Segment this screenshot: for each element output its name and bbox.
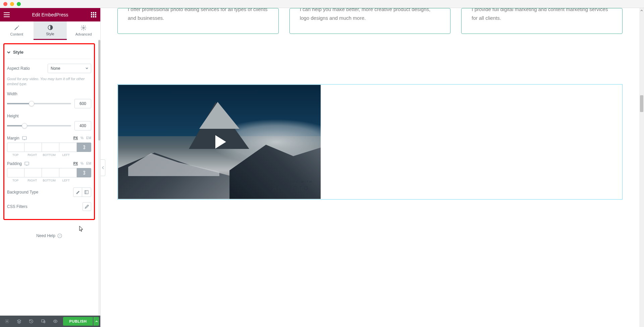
sidebar-scrollbar[interactable] xyxy=(98,40,100,316)
height-label: Height xyxy=(7,114,91,118)
embed-widget-selected[interactable]: VIDEO MADE WITH ANIMOTO xyxy=(117,84,623,200)
margin-bottom-input[interactable] xyxy=(42,143,59,152)
svg-rect-4 xyxy=(93,14,94,15)
unit-percent[interactable]: % xyxy=(80,162,84,165)
panel-title: Edit EmbedPress xyxy=(10,12,90,17)
width-input[interactable] xyxy=(74,99,91,108)
svg-point-22 xyxy=(55,321,56,322)
width-slider-thumb[interactable] xyxy=(29,101,34,106)
preview-canvas: I offer professional photo editing servi… xyxy=(101,8,644,327)
sidebar-tabs: Content Style Advanced xyxy=(0,21,100,40)
settings-button[interactable] xyxy=(1,317,13,326)
chevron-down-icon xyxy=(86,67,88,69)
padding-side-labels: TOP RIGHT BOTTOM LEFT xyxy=(7,179,91,182)
layers-icon xyxy=(17,319,21,324)
height-input[interactable] xyxy=(74,121,91,130)
collapse-sidebar-button[interactable] xyxy=(101,159,105,176)
minimize-window-button[interactable] xyxy=(10,2,14,6)
menu-icon[interactable] xyxy=(3,11,10,18)
video-embed[interactable]: VIDEO MADE WITH ANIMOTO xyxy=(118,85,321,199)
padding-header: Padding PX % EM xyxy=(7,161,91,166)
close-window-button[interactable] xyxy=(3,2,7,6)
tab-label: Content xyxy=(10,32,23,36)
padding-left-input[interactable] xyxy=(59,168,77,177)
aspect-ratio-label: Aspect Ratio xyxy=(7,66,30,71)
margin-side-labels: TOP RIGHT BOTTOM LEFT xyxy=(7,153,91,157)
unit-percent[interactable]: % xyxy=(80,136,84,140)
height-slider-thumb[interactable] xyxy=(22,123,27,128)
aspect-ratio-select[interactable]: None xyxy=(48,64,91,73)
margin-header: Margin PX % EM xyxy=(7,136,91,141)
css-filters-edit-button[interactable] xyxy=(83,202,91,211)
caret-down-icon xyxy=(7,51,10,54)
svg-rect-13 xyxy=(25,162,29,165)
margin-top-input[interactable] xyxy=(7,143,24,152)
tab-style[interactable]: Style xyxy=(34,21,67,40)
width-control: Width xyxy=(7,92,91,108)
aspect-ratio-control: Aspect Ratio None xyxy=(7,64,91,73)
navigator-button[interactable] xyxy=(13,317,25,326)
padding-top-input[interactable] xyxy=(7,168,24,177)
eye-icon xyxy=(53,319,58,324)
service-card[interactable]: I can help you make better, more creativ… xyxy=(289,8,451,34)
padding-bottom-input[interactable] xyxy=(42,168,59,177)
unit-em[interactable]: EM xyxy=(86,136,91,140)
svg-rect-12 xyxy=(24,140,25,140)
section-style-header[interactable]: Style xyxy=(7,47,91,59)
css-filters-label: CSS Filters xyxy=(7,204,28,209)
tab-label: Style xyxy=(46,32,54,36)
height-control: Height xyxy=(7,114,91,130)
publish-options-button[interactable] xyxy=(94,317,99,326)
margin-right-input[interactable] xyxy=(24,143,42,152)
unit-px[interactable]: PX xyxy=(73,162,78,165)
maximize-window-button[interactable] xyxy=(17,2,21,6)
padding-link-button[interactable] xyxy=(77,168,91,177)
play-button[interactable] xyxy=(209,132,229,152)
section-title: Style xyxy=(13,50,23,55)
history-icon xyxy=(29,319,34,324)
half-circle-icon xyxy=(47,24,53,31)
gear-icon xyxy=(80,25,87,31)
publish-button[interactable]: PUBLISH xyxy=(63,317,93,326)
svg-rect-6 xyxy=(91,16,92,17)
canvas-scrollbar[interactable] xyxy=(639,8,644,327)
background-gradient-button[interactable] xyxy=(82,188,91,197)
preview-button[interactable] xyxy=(50,317,61,326)
margin-link-button[interactable] xyxy=(77,143,91,152)
unit-px[interactable]: PX xyxy=(73,136,78,140)
margin-label: Margin xyxy=(7,136,19,141)
svg-rect-8 xyxy=(95,16,96,17)
aspect-ratio-hint: Good for any video. You may turn it off … xyxy=(7,76,91,87)
margin-inputs xyxy=(7,143,91,152)
padding-right-input[interactable] xyxy=(24,168,42,177)
margin-left-input[interactable] xyxy=(59,143,77,152)
unit-em[interactable]: EM xyxy=(86,162,91,165)
width-slider[interactable] xyxy=(7,103,71,104)
responsive-icon[interactable] xyxy=(22,136,27,140)
tab-advanced[interactable]: Advanced xyxy=(67,21,100,40)
responsive-icon[interactable] xyxy=(24,162,29,166)
scroll-up-button[interactable] xyxy=(639,8,644,13)
tab-content[interactable]: Content xyxy=(0,21,34,40)
sidebar-scroll-thumb[interactable] xyxy=(98,40,100,141)
service-card[interactable]: I offer professional photo editing servi… xyxy=(117,8,279,34)
responsive-button[interactable] xyxy=(38,317,49,326)
height-slider[interactable] xyxy=(7,125,71,126)
svg-rect-3 xyxy=(91,14,92,15)
service-card[interactable]: I provide full digital marketing and con… xyxy=(461,8,623,34)
widgets-grid-icon[interactable] xyxy=(90,11,97,18)
background-classic-button[interactable] xyxy=(73,188,82,197)
svg-rect-16 xyxy=(85,190,87,194)
tab-label: Advanced xyxy=(75,32,92,36)
background-type-control: Background Type xyxy=(7,187,91,197)
devices-icon xyxy=(41,319,46,324)
need-help-link[interactable]: Need Help ? xyxy=(0,223,98,245)
canvas-scroll-thumb[interactable] xyxy=(640,95,643,112)
gradient-icon xyxy=(84,190,89,195)
history-button[interactable] xyxy=(25,317,37,326)
window-titlebar xyxy=(0,0,644,8)
background-label: Background Type xyxy=(7,190,38,195)
svg-point-19 xyxy=(6,321,8,322)
style-panel-highlight: Style Aspect Ratio None Good for any vid… xyxy=(3,43,95,220)
svg-rect-2 xyxy=(95,12,96,13)
